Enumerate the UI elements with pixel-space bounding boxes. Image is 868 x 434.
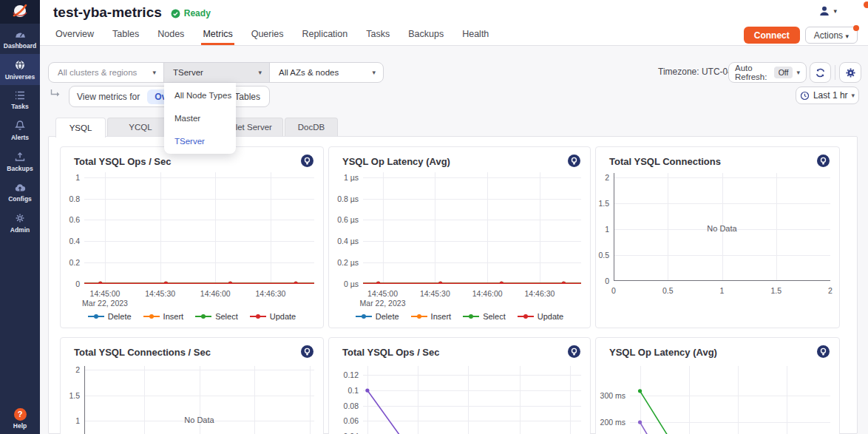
sidebar-item-label: Configs	[0, 195, 40, 203]
yugabyte-logo-icon	[817, 155, 830, 167]
chart-title: Total YSQL Connections	[609, 156, 721, 167]
divider	[835, 65, 835, 80]
notification-dot	[853, 25, 859, 31]
view-metrics-label: View metrics for	[77, 92, 140, 102]
page-title: test-yba-metrics	[53, 4, 162, 21]
settings-button[interactable]	[839, 62, 861, 83]
legend-item: Delete	[356, 312, 399, 321]
auto-refresh-select[interactable]: Auto Refresh: Off ▾	[728, 62, 807, 83]
chart-title: Total YSQL Ops / Sec	[74, 156, 172, 167]
check-circle-icon	[171, 9, 180, 18]
legend-item: Insert	[411, 312, 452, 321]
sidebar-item-label: Backups	[0, 165, 40, 172]
auto-refresh-value: Off	[774, 67, 793, 78]
status-badge: Ready	[171, 8, 211, 18]
menu-item-all-node-types[interactable]: All Node Types	[164, 84, 236, 107]
chart-card-total-ysql-ops-sec-2: Total YSQL Ops / Sec 0.120.10.080.060.04	[328, 337, 591, 434]
tab-health[interactable]: Health	[462, 25, 489, 45]
clock-icon	[800, 91, 810, 101]
chevron-down-icon: ▾	[845, 33, 849, 40]
user-icon	[818, 5, 830, 17]
sidebar-item-label: Universes	[0, 73, 40, 81]
sidebar-item-admin[interactable]: Admin	[0, 207, 40, 238]
chevron-down-icon: ▾	[372, 69, 383, 76]
tab-replication[interactable]: Replication	[302, 25, 347, 45]
yugabyte-logo-icon	[301, 155, 313, 167]
chevron-down-icon: ▾	[796, 69, 800, 76]
bell-icon	[14, 120, 26, 132]
yugabyte-logo-icon	[568, 345, 580, 358]
tab-tasks[interactable]: Tasks	[366, 25, 390, 45]
cluster-region-select[interactable]: All clusters & regions ▾	[49, 63, 163, 82]
sidebar-item-label: Tasks	[0, 103, 40, 110]
sidebar-item-tasks[interactable]: Tasks	[0, 85, 40, 115]
chart-title: Total YSQL Connections / Sec	[74, 347, 211, 358]
sidebar-item-label: Alerts	[0, 134, 40, 141]
chart-legend: DeleteInsertSelectUpdate	[61, 312, 323, 321]
sidebar-item-universes[interactable]: Universes	[0, 54, 40, 85]
chevron-down-icon: ▾	[852, 92, 855, 99]
notification-dot	[864, 1, 868, 8]
legend-item: Insert	[143, 312, 184, 321]
gear-icon	[845, 67, 856, 78]
chart-card-ysql-op-latency: YSQL Op Latency (Avg) 1 µs0.8 µs0.6 µs0.…	[328, 146, 591, 328]
yugabyte-logo-icon	[301, 345, 313, 358]
node-type-dropdown: All Node Types Master TServer	[164, 83, 236, 154]
globe-icon	[14, 59, 26, 71]
tab-docdb[interactable]: DocDB	[285, 118, 338, 136]
legend-item: Select	[463, 312, 506, 321]
gauge-icon	[14, 29, 27, 40]
tab-nodes[interactable]: Nodes	[157, 25, 184, 45]
tab-backups[interactable]: Backups	[408, 25, 444, 45]
legend-item: Delete	[88, 312, 132, 321]
help-icon: ?	[14, 408, 27, 421]
upload-icon	[14, 151, 26, 163]
node-type-select[interactable]: TServer ▾	[163, 63, 269, 82]
chevron-down-icon: ▾	[152, 69, 163, 76]
tab-tables[interactable]: Tables	[112, 25, 139, 45]
list-icon	[14, 90, 26, 101]
sidebar-item-label: Dashboard	[0, 42, 40, 50]
sidebar-item-backups[interactable]: Backups	[0, 146, 40, 177]
connect-button[interactable]: Connect	[744, 27, 800, 44]
rocket-planet-logo-icon	[11, 3, 29, 21]
elbow-arrow-icon	[50, 89, 61, 98]
chart-title: YSQL Op Latency (Avg)	[342, 156, 450, 167]
chart-card-total-ysql-ops-sec: Total YSQL Ops / Sec 10.80.60.40.2014:45…	[60, 146, 324, 328]
sidebar-item-dashboard[interactable]: Dashboard	[0, 24, 40, 54]
app-logo[interactable]	[0, 0, 40, 24]
metrics-panel: Total YSQL Ops / Sec 10.80.60.40.2014:45…	[48, 136, 858, 434]
tab-queries[interactable]: Queries	[251, 25, 284, 45]
gear-icon	[14, 212, 26, 224]
menu-item-tserver[interactable]: TServer	[164, 130, 236, 153]
chart-card-total-ysql-connections: Total YSQL Connections No Data21.510.500…	[595, 146, 840, 328]
tab-ysql[interactable]: YSQL	[55, 118, 106, 138]
sidebar-item-help[interactable]: ? Help	[0, 408, 40, 430]
sidebar-item-alerts[interactable]: Alerts	[0, 115, 40, 146]
sidebar-item-label: Help	[0, 422, 40, 430]
legend-item: Update	[250, 312, 296, 321]
chart-legend: DeleteInsertSelectUpdate	[329, 312, 590, 321]
tab-metrics[interactable]: Metrics	[203, 25, 232, 45]
sidebar: Dashboard Universes Tasks Alerts Ba	[0, 0, 40, 434]
charts-grid: Total YSQL Ops / Sec 10.80.60.40.2014:45…	[60, 146, 840, 434]
tab-overview[interactable]: Overview	[55, 25, 94, 45]
chart-title: Total YSQL Ops / Sec	[342, 347, 440, 358]
menu-item-master[interactable]: Master	[164, 107, 236, 130]
metrics-filter-group: All clusters & regions ▾ TServer ▾ All A…	[48, 62, 384, 83]
yugabyte-logo-icon	[817, 345, 830, 358]
chevron-down-icon: ▾	[258, 69, 269, 76]
chevron-down-icon: ▾	[833, 7, 837, 15]
legend-item: Update	[518, 312, 563, 321]
time-range-select[interactable]: Last 1 hr ▾	[796, 87, 859, 104]
actions-button[interactable]: Actions ▾	[805, 27, 858, 44]
az-node-select[interactable]: All AZs & nodes ▾	[269, 63, 383, 82]
sidebar-item-label: Admin	[0, 226, 40, 234]
status-text: Ready	[184, 8, 211, 18]
chart-title: YSQL Op Latency (Avg)	[609, 347, 717, 358]
sidebar-item-configs[interactable]: Configs	[0, 177, 40, 207]
legend-item: Select	[195, 312, 238, 321]
top-bar: test-yba-metrics Ready ▾	[40, 0, 868, 25]
refresh-button[interactable]	[810, 62, 831, 83]
user-menu[interactable]: ▾	[818, 5, 837, 17]
